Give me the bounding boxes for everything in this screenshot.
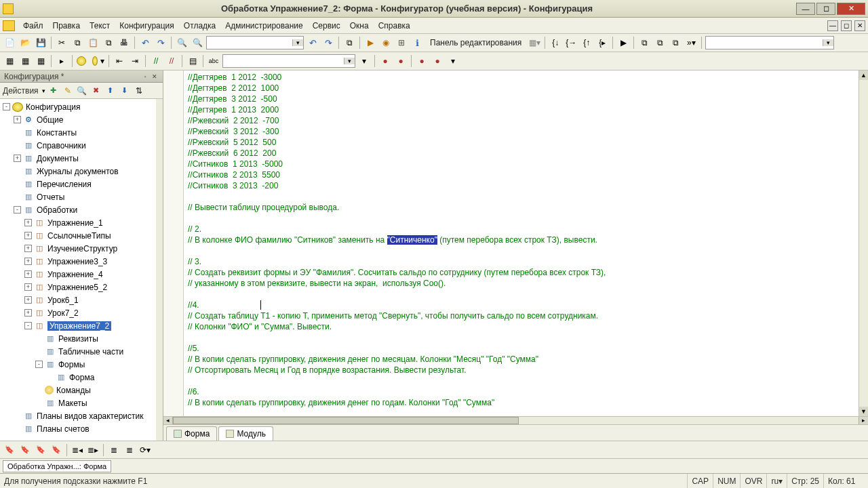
- menu-сервис[interactable]: Сервис: [309, 20, 344, 32]
- code-line[interactable]: // В копии сделать группировку, движения…: [188, 397, 859, 408]
- mdi-restore-button[interactable]: ◻: [841, 20, 852, 31]
- code-line[interactable]: //Дегтярев 2 2012 1000: [188, 83, 859, 94]
- tt-indent-r[interactable]: ⇥: [128, 54, 142, 68]
- tree-toggle-icon[interactable]: -: [14, 206, 21, 214]
- tree-scrollbar[interactable]: [156, 99, 163, 441]
- mdi-minimize-button[interactable]: —: [827, 20, 838, 31]
- document-tab[interactable]: Обработка Упражн...: Форма: [3, 460, 111, 472]
- move-up-button[interactable]: [104, 85, 117, 97]
- tree-row[interactable]: ▥Табличные части: [0, 345, 163, 358]
- menu-правка[interactable]: Правка: [49, 20, 85, 32]
- clone-button[interactable]: [102, 36, 115, 49]
- bookmark-next-button[interactable]: [18, 443, 32, 457]
- debug-attach-button[interactable]: ◉: [379, 36, 393, 49]
- undo-button[interactable]: [138, 36, 152, 49]
- tab-модуль[interactable]: Модуль: [218, 426, 273, 441]
- tree-row[interactable]: -▥Формы: [0, 358, 163, 371]
- step-out-button[interactable]: {↑: [580, 36, 593, 49]
- print-button[interactable]: [117, 36, 131, 49]
- find-next-button[interactable]: [321, 36, 335, 49]
- code-line[interactable]: //Дегтярев 1 2012 -3000: [188, 72, 859, 83]
- copy-button[interactable]: [71, 36, 84, 49]
- tree-toggle-icon[interactable]: +: [24, 296, 32, 304]
- code-line[interactable]: [188, 332, 859, 343]
- code-line[interactable]: //Дегтярев 3 2012 -500: [188, 94, 859, 104]
- code-line[interactable]: // Колонки "ФИО" и "Сумма". Вывести.: [188, 321, 859, 332]
- tree-row[interactable]: ▥Отчеты: [0, 190, 163, 203]
- code-line[interactable]: //6.: [188, 386, 859, 397]
- tree-toggle-icon[interactable]: +: [24, 219, 32, 226]
- tree-toggle-icon[interactable]: +: [14, 116, 21, 123]
- bookmark-clear-button[interactable]: [50, 443, 63, 457]
- close-button[interactable]: ✕: [837, 3, 865, 15]
- tree-toggle-icon[interactable]: +: [24, 283, 32, 291]
- tree-row[interactable]: +▥Документы: [0, 152, 163, 165]
- menu-конфигурация[interactable]: Конфигурация: [115, 20, 178, 32]
- win-b[interactable]: [653, 36, 667, 49]
- menu-окна[interactable]: Окна: [346, 20, 373, 32]
- code-line[interactable]: // 2.: [188, 224, 859, 235]
- step-over-button[interactable]: {→: [564, 36, 578, 49]
- block-a-button[interactable]: ≣: [107, 443, 121, 457]
- calc-button[interactable]: ⊞: [395, 36, 408, 49]
- tree-row[interactable]: ▥Макеты: [0, 396, 163, 409]
- tree-row[interactable]: -Конфигурация: [0, 100, 163, 113]
- tree-row[interactable]: ▥Форма: [0, 371, 163, 384]
- tree-toggle-icon[interactable]: +: [24, 232, 32, 239]
- tree-toggle-icon[interactable]: +: [24, 270, 32, 278]
- code-line[interactable]: //Ржевский 2 2012 -700: [188, 115, 859, 126]
- win-c[interactable]: [669, 36, 682, 49]
- breakpoints-list-button[interactable]: [415, 54, 429, 68]
- redo-button[interactable]: [154, 36, 167, 49]
- tree-row[interactable]: ▥Журналы документов: [0, 165, 163, 178]
- go-button[interactable]: ▶: [616, 36, 630, 49]
- tree-row[interactable]: +◫Упражнение5_2: [0, 281, 163, 293]
- find-prev-button[interactable]: [306, 36, 319, 49]
- code-line[interactable]: [188, 213, 859, 224]
- code-line[interactable]: [188, 191, 859, 202]
- proc-combo[interactable]: ▾: [222, 54, 355, 68]
- actions-label[interactable]: Действия: [3, 86, 39, 96]
- info-button[interactable]: [410, 36, 424, 49]
- tree-row[interactable]: Команды: [0, 384, 163, 396]
- code-line[interactable]: // 3.: [188, 256, 859, 267]
- windows-button[interactable]: [342, 36, 356, 49]
- code-line[interactable]: //Ситников 2 2013 5500: [188, 169, 859, 180]
- code-line[interactable]: // В колонке ФИО фамилию "Ситников" заме…: [188, 235, 859, 245]
- tree-row[interactable]: ▥Планы видов характеристик: [0, 409, 163, 422]
- code-line[interactable]: //Ржевский 6 2012 200: [188, 148, 859, 159]
- tree-toggle-icon[interactable]: +: [24, 309, 32, 317]
- config-combo[interactable]: ▾: [705, 36, 834, 49]
- find-button[interactable]: [191, 36, 204, 49]
- tree-row[interactable]: +◫Упражнение_1: [0, 216, 163, 229]
- menu-текст[interactable]: Текст: [85, 20, 114, 32]
- tt-world-b[interactable]: ▾: [92, 54, 105, 68]
- mdi-close-button[interactable]: ✕: [854, 20, 865, 31]
- tree-row[interactable]: +◫ИзучениеСтруктур: [0, 242, 163, 255]
- code-area[interactable]: //Дегтярев 1 2012 -3000//Дегтярев 2 2012…: [163, 70, 859, 416]
- menu-файл[interactable]: Файл: [19, 20, 47, 32]
- config-tree[interactable]: -Конфигурация+⚙Общие▥Константы▥Справочни…: [0, 99, 163, 441]
- code-line[interactable]: //Ситников 3 2013 -200: [188, 180, 859, 191]
- find-combo[interactable]: ▾: [206, 36, 304, 49]
- code-line[interactable]: [188, 375, 859, 386]
- tree-row[interactable]: +◫Урок6_1: [0, 293, 163, 306]
- menu-отладка[interactable]: Отладка: [180, 20, 220, 32]
- add-button[interactable]: [47, 85, 60, 97]
- wand-button[interactable]: ✎: [62, 85, 74, 97]
- bookmark-toggle-button[interactable]: [3, 443, 16, 457]
- tree-row[interactable]: +◫Урок7_2: [0, 306, 163, 319]
- sidebar-pin-button[interactable]: ◦: [141, 73, 149, 81]
- code-line[interactable]: [188, 289, 859, 300]
- overflow-button[interactable]: »▾: [684, 36, 698, 49]
- tt-world-a[interactable]: [76, 54, 90, 68]
- tt-dd[interactable]: ▾: [357, 54, 371, 68]
- delete-button[interactable]: [90, 85, 102, 97]
- tree-toggle-icon[interactable]: -: [3, 103, 10, 110]
- new-button[interactable]: [3, 36, 16, 49]
- step-into-button[interactable]: {↓: [549, 36, 562, 49]
- status-lang[interactable]: ru ▾: [766, 474, 787, 488]
- tt-dd2[interactable]: ▾: [446, 54, 460, 68]
- bookmark-prev-button[interactable]: [34, 443, 47, 457]
- tree-row[interactable]: +◫СсылочныеТипы: [0, 229, 163, 242]
